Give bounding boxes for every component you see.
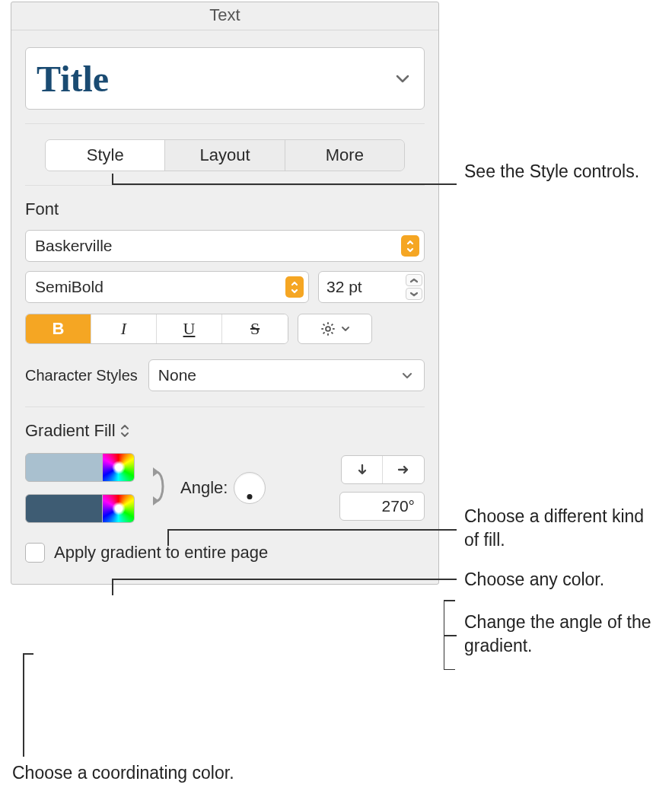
callout-leader bbox=[112, 183, 457, 185]
font-family-select[interactable]: Baskerville bbox=[25, 230, 425, 262]
tab-style[interactable]: Style bbox=[46, 140, 165, 171]
font-weight-select[interactable]: SemiBold bbox=[25, 271, 309, 303]
callout-leader bbox=[444, 635, 457, 636]
direction-buttons bbox=[341, 455, 425, 484]
swap-colors-button[interactable] bbox=[148, 464, 170, 512]
apply-to-page-label: Apply gradient to entire page bbox=[54, 543, 268, 563]
callout-leader bbox=[112, 579, 457, 580]
svg-marker-10 bbox=[153, 496, 159, 505]
callout-coord-color: Choose a coordinating color. bbox=[12, 761, 393, 785]
callout-leader bbox=[112, 174, 113, 184]
character-styles-label: Character Styles bbox=[25, 367, 138, 384]
svg-line-6 bbox=[331, 332, 333, 333]
gear-icon bbox=[320, 320, 336, 337]
text-inspector-panel: Text Title Style Layout More Font Basker… bbox=[11, 2, 439, 585]
gradient-color-1-swatch[interactable] bbox=[25, 453, 103, 482]
callout-leader bbox=[112, 579, 113, 595]
gradient-color-2-swatch[interactable] bbox=[25, 494, 103, 523]
paragraph-style-label: Title bbox=[37, 58, 109, 100]
callout-angle: Change the angle of the gradient. bbox=[464, 611, 662, 658]
font-family-value: Baskerville bbox=[35, 237, 113, 255]
color-picker-1-button[interactable] bbox=[103, 453, 135, 482]
svg-marker-9 bbox=[153, 467, 159, 477]
updown-icon bbox=[285, 276, 304, 298]
callout-any-color: Choose any color. bbox=[464, 568, 662, 592]
underline-button[interactable]: U bbox=[157, 314, 222, 343]
callout-leader bbox=[23, 653, 24, 757]
color-picker-2-button[interactable] bbox=[103, 494, 135, 523]
svg-line-8 bbox=[331, 324, 333, 326]
angle-knob[interactable] bbox=[234, 472, 266, 504]
character-styles-select[interactable]: None bbox=[148, 359, 425, 391]
angle-input[interactable]: 270° bbox=[339, 492, 425, 521]
fill-type-label: Gradient Fill bbox=[25, 421, 116, 441]
updown-icon bbox=[401, 235, 419, 257]
svg-line-7 bbox=[323, 332, 324, 333]
tab-more[interactable]: More bbox=[285, 140, 404, 171]
font-size-field[interactable]: 32 pt bbox=[318, 271, 425, 303]
chevron-down-icon bbox=[395, 74, 410, 83]
svg-line-5 bbox=[323, 324, 324, 326]
direction-down-button[interactable] bbox=[342, 456, 383, 483]
updown-icon bbox=[120, 424, 129, 438]
callout-leader bbox=[167, 529, 457, 531]
font-heading: Font bbox=[25, 199, 425, 219]
callout-style-controls: See the Style controls. bbox=[464, 160, 654, 183]
callout-leader bbox=[167, 529, 169, 546]
direction-right-button[interactable] bbox=[383, 456, 424, 483]
tab-layout[interactable]: Layout bbox=[165, 140, 285, 171]
angle-value: 270° bbox=[382, 497, 415, 515]
font-size-value: 32 pt bbox=[326, 278, 362, 296]
bold-button[interactable]: B bbox=[26, 314, 91, 343]
font-size-stepper[interactable] bbox=[406, 273, 422, 301]
size-down-button[interactable] bbox=[406, 288, 422, 300]
advanced-options-button[interactable] bbox=[298, 314, 372, 344]
font-style-group: B I U S bbox=[25, 314, 288, 344]
character-styles-value: None bbox=[158, 366, 196, 384]
size-up-button[interactable] bbox=[406, 274, 422, 286]
chevron-down-icon bbox=[401, 371, 413, 380]
font-weight-value: SemiBold bbox=[35, 278, 104, 296]
panel-title: Text bbox=[11, 2, 438, 30]
callout-leader bbox=[23, 653, 33, 655]
paragraph-style-select[interactable]: Title bbox=[25, 47, 425, 110]
italic-button[interactable]: I bbox=[91, 314, 157, 343]
svg-point-0 bbox=[326, 327, 330, 331]
apply-to-page-checkbox[interactable] bbox=[25, 543, 45, 563]
fill-type-select[interactable]: Gradient Fill bbox=[25, 421, 425, 441]
callout-kind-of-fill: Choose a different kind of fill. bbox=[464, 505, 662, 552]
chevron-down-icon bbox=[340, 325, 351, 333]
tab-bar: Style Layout More bbox=[45, 139, 405, 171]
angle-label: Angle: bbox=[180, 478, 228, 498]
strikethrough-button[interactable]: S bbox=[222, 314, 288, 343]
